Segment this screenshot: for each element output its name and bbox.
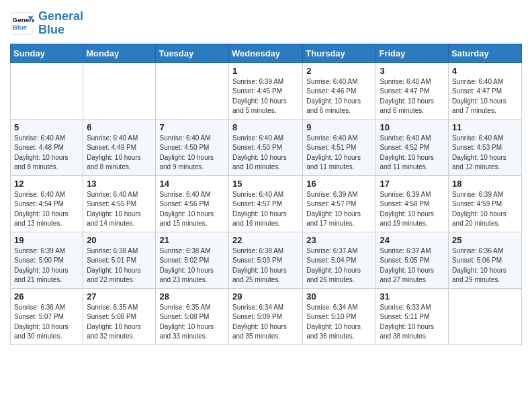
day-info: Sunrise: 6:40 AMSunset: 4:54 PMDaylight:… bbox=[14, 190, 79, 229]
calendar-cell: 21Sunrise: 6:38 AMSunset: 5:02 PMDayligh… bbox=[156, 232, 229, 288]
page-header: General Blue GeneralBlue bbox=[10, 10, 522, 37]
calendar-cell: 20Sunrise: 6:38 AMSunset: 5:01 PMDayligh… bbox=[83, 232, 156, 288]
day-info: Sunrise: 6:39 AMSunset: 5:00 PMDaylight:… bbox=[14, 246, 79, 285]
day-number: 18 bbox=[452, 179, 518, 189]
calendar-cell: 16Sunrise: 6:39 AMSunset: 4:57 PMDayligh… bbox=[303, 175, 376, 232]
day-info: Sunrise: 6:39 AMSunset: 4:59 PMDaylight:… bbox=[452, 190, 518, 229]
calendar-cell: 10Sunrise: 6:40 AMSunset: 4:52 PMDayligh… bbox=[376, 119, 449, 175]
day-info: Sunrise: 6:40 AMSunset: 4:49 PMDaylight:… bbox=[87, 134, 152, 173]
calendar-cell bbox=[83, 62, 156, 119]
calendar-cell bbox=[11, 62, 83, 119]
weekday-header-monday: Monday bbox=[83, 44, 156, 62]
day-info: Sunrise: 6:36 AMSunset: 5:06 PMDaylight:… bbox=[452, 246, 518, 285]
calendar-week-5: 26Sunrise: 6:36 AMSunset: 5:07 PMDayligh… bbox=[11, 288, 522, 345]
calendar-cell: 8Sunrise: 6:40 AMSunset: 4:50 PMDaylight… bbox=[229, 119, 303, 175]
calendar-cell: 30Sunrise: 6:34 AMSunset: 5:10 PMDayligh… bbox=[303, 288, 376, 345]
day-number: 11 bbox=[452, 122, 518, 132]
calendar-cell: 9Sunrise: 6:40 AMSunset: 4:51 PMDaylight… bbox=[303, 119, 376, 175]
calendar-cell: 13Sunrise: 6:40 AMSunset: 4:55 PMDayligh… bbox=[83, 175, 156, 232]
day-number: 6 bbox=[87, 122, 152, 132]
day-info: Sunrise: 6:40 AMSunset: 4:48 PMDaylight:… bbox=[14, 134, 79, 173]
weekday-header-wednesday: Wednesday bbox=[229, 44, 303, 62]
calendar-cell: 19Sunrise: 6:39 AMSunset: 5:00 PMDayligh… bbox=[11, 232, 83, 288]
day-info: Sunrise: 6:38 AMSunset: 5:01 PMDaylight:… bbox=[87, 246, 152, 285]
calendar-cell: 24Sunrise: 6:37 AMSunset: 5:05 PMDayligh… bbox=[376, 232, 449, 288]
day-info: Sunrise: 6:40 AMSunset: 4:57 PMDaylight:… bbox=[232, 190, 299, 229]
calendar-cell bbox=[449, 288, 522, 345]
day-number: 19 bbox=[14, 235, 79, 245]
calendar-cell: 27Sunrise: 6:35 AMSunset: 5:08 PMDayligh… bbox=[83, 288, 156, 345]
day-number: 5 bbox=[14, 122, 79, 132]
day-number: 4 bbox=[452, 66, 518, 76]
day-info: Sunrise: 6:39 AMSunset: 4:45 PMDaylight:… bbox=[232, 77, 299, 116]
day-info: Sunrise: 6:40 AMSunset: 4:46 PMDaylight:… bbox=[306, 77, 372, 116]
day-number: 26 bbox=[14, 291, 79, 302]
calendar-cell: 5Sunrise: 6:40 AMSunset: 4:48 PMDaylight… bbox=[11, 119, 83, 175]
logo-icon: General Blue bbox=[10, 11, 34, 36]
calendar-cell: 26Sunrise: 6:36 AMSunset: 5:07 PMDayligh… bbox=[11, 288, 83, 345]
calendar-cell: 28Sunrise: 6:35 AMSunset: 5:08 PMDayligh… bbox=[156, 288, 229, 345]
day-info: Sunrise: 6:40 AMSunset: 4:47 PMDaylight:… bbox=[380, 77, 445, 116]
day-number: 17 bbox=[380, 179, 445, 189]
calendar-cell: 2Sunrise: 6:40 AMSunset: 4:46 PMDaylight… bbox=[303, 62, 376, 119]
day-number: 9 bbox=[306, 122, 372, 132]
day-number: 14 bbox=[159, 179, 225, 189]
day-number: 2 bbox=[306, 66, 372, 76]
logo-text: GeneralBlue bbox=[38, 10, 83, 37]
day-number: 10 bbox=[380, 122, 445, 132]
day-number: 30 bbox=[306, 291, 372, 302]
calendar-cell: 29Sunrise: 6:34 AMSunset: 5:09 PMDayligh… bbox=[229, 288, 303, 345]
day-info: Sunrise: 6:36 AMSunset: 5:07 PMDaylight:… bbox=[14, 303, 79, 342]
calendar-cell: 11Sunrise: 6:40 AMSunset: 4:53 PMDayligh… bbox=[449, 119, 522, 175]
day-info: Sunrise: 6:37 AMSunset: 5:05 PMDaylight:… bbox=[380, 246, 445, 285]
day-info: Sunrise: 6:40 AMSunset: 4:55 PMDaylight:… bbox=[87, 190, 152, 229]
day-info: Sunrise: 6:40 AMSunset: 4:51 PMDaylight:… bbox=[306, 134, 372, 173]
calendar-cell: 15Sunrise: 6:40 AMSunset: 4:57 PMDayligh… bbox=[229, 175, 303, 232]
weekday-header-sunday: Sunday bbox=[11, 44, 83, 62]
calendar-week-3: 12Sunrise: 6:40 AMSunset: 4:54 PMDayligh… bbox=[11, 175, 522, 232]
weekday-header-tuesday: Tuesday bbox=[156, 44, 229, 62]
calendar-cell: 31Sunrise: 6:33 AMSunset: 5:11 PMDayligh… bbox=[376, 288, 449, 345]
weekday-header-saturday: Saturday bbox=[449, 44, 522, 62]
day-number: 21 bbox=[159, 235, 225, 245]
day-number: 24 bbox=[380, 235, 445, 245]
day-number: 3 bbox=[380, 66, 445, 76]
day-info: Sunrise: 6:40 AMSunset: 4:53 PMDaylight:… bbox=[452, 134, 518, 173]
logo: General Blue GeneralBlue bbox=[10, 10, 83, 37]
day-info: Sunrise: 6:40 AMSunset: 4:52 PMDaylight:… bbox=[380, 134, 445, 173]
page-container: General Blue GeneralBlue SundayMondayTue… bbox=[0, 0, 532, 352]
calendar-week-1: 1Sunrise: 6:39 AMSunset: 4:45 PMDaylight… bbox=[11, 62, 522, 119]
day-info: Sunrise: 6:35 AMSunset: 5:08 PMDaylight:… bbox=[87, 303, 152, 342]
weekday-header-friday: Friday bbox=[376, 44, 449, 62]
day-number: 15 bbox=[232, 179, 299, 189]
day-info: Sunrise: 6:34 AMSunset: 5:09 PMDaylight:… bbox=[232, 303, 299, 342]
calendar-cell: 23Sunrise: 6:37 AMSunset: 5:04 PMDayligh… bbox=[303, 232, 376, 288]
day-info: Sunrise: 6:38 AMSunset: 5:03 PMDaylight:… bbox=[232, 246, 299, 285]
day-number: 7 bbox=[159, 122, 225, 132]
calendar-cell: 3Sunrise: 6:40 AMSunset: 4:47 PMDaylight… bbox=[376, 62, 449, 119]
calendar-cell: 1Sunrise: 6:39 AMSunset: 4:45 PMDaylight… bbox=[229, 62, 303, 119]
day-info: Sunrise: 6:35 AMSunset: 5:08 PMDaylight:… bbox=[159, 303, 225, 342]
weekday-header-thursday: Thursday bbox=[303, 44, 376, 62]
day-number: 27 bbox=[87, 291, 152, 302]
day-number: 23 bbox=[306, 235, 372, 245]
calendar-table: SundayMondayTuesdayWednesdayThursdayFrid… bbox=[10, 44, 522, 345]
day-number: 13 bbox=[87, 179, 152, 189]
day-info: Sunrise: 6:38 AMSunset: 5:02 PMDaylight:… bbox=[159, 246, 225, 285]
calendar-cell: 18Sunrise: 6:39 AMSunset: 4:59 PMDayligh… bbox=[449, 175, 522, 232]
day-number: 22 bbox=[232, 235, 299, 245]
day-info: Sunrise: 6:40 AMSunset: 4:50 PMDaylight:… bbox=[159, 134, 225, 173]
day-info: Sunrise: 6:34 AMSunset: 5:10 PMDaylight:… bbox=[306, 303, 372, 342]
calendar-cell bbox=[156, 62, 229, 119]
weekday-header-row: SundayMondayTuesdayWednesdayThursdayFrid… bbox=[11, 44, 522, 62]
day-number: 16 bbox=[306, 179, 372, 189]
day-info: Sunrise: 6:37 AMSunset: 5:04 PMDaylight:… bbox=[306, 246, 372, 285]
day-info: Sunrise: 6:39 AMSunset: 4:58 PMDaylight:… bbox=[380, 190, 445, 229]
day-number: 12 bbox=[14, 179, 79, 189]
day-number: 20 bbox=[87, 235, 152, 245]
calendar-cell: 12Sunrise: 6:40 AMSunset: 4:54 PMDayligh… bbox=[11, 175, 83, 232]
calendar-week-2: 5Sunrise: 6:40 AMSunset: 4:48 PMDaylight… bbox=[11, 119, 522, 175]
day-info: Sunrise: 6:40 AMSunset: 4:47 PMDaylight:… bbox=[452, 77, 518, 116]
day-number: 31 bbox=[380, 291, 445, 302]
svg-text:Blue: Blue bbox=[13, 24, 28, 31]
